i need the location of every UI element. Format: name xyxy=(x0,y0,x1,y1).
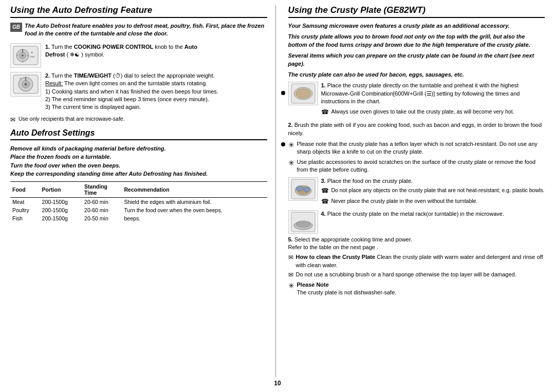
warning2-row: ✳ Use plastic accessories to avoid scrat… xyxy=(288,158,545,174)
right-step1-image xyxy=(288,82,318,105)
left-intro-text: The Auto Defrost feature enables you to … xyxy=(25,22,267,38)
step2-image: ⏱ xyxy=(10,72,41,97)
warning2-text: Use plastic accessories to avoid scratch… xyxy=(297,158,545,174)
portion-fish: 200-1500g xyxy=(40,214,82,223)
table-row: Poultry 200-1500g 20-60 min Turn the foo… xyxy=(10,206,267,214)
step2-content: 2. Turn the TIME/WEIGHT (⏱) dial to sele… xyxy=(45,72,267,111)
gb-badge: GB xyxy=(10,23,22,32)
warning-star1: ✳ xyxy=(288,140,294,156)
step2-text: Turn the TIME/WEIGHT (⏱) dial to select … xyxy=(51,72,215,79)
food-meat: Meat xyxy=(10,197,40,206)
svg-point-18 xyxy=(296,89,310,98)
right-step2-num: 2. xyxy=(288,122,293,128)
warning1-text: Please note that the crusty plate has a … xyxy=(297,140,545,156)
please-note-row: ✳ Please NoteThe crusty plate is not dis… xyxy=(288,281,545,297)
right-step5-text: Select the appropriate cooking time and … xyxy=(294,236,412,242)
right-note1: ☎ Always use oven gloves to take out the… xyxy=(321,108,545,117)
clean-note-row: ✉ How to clean the Crusty Plate Clean th… xyxy=(288,253,545,269)
step2-num: 2. xyxy=(45,72,50,79)
warning-star2: ✳ xyxy=(288,158,294,174)
warning1-row: ✳ Please note that the crusty plate has … xyxy=(288,140,545,156)
right-para2: Several items which you can prepare on t… xyxy=(288,52,545,68)
separator-dot1 xyxy=(281,91,285,95)
right-step3-row: 3. Place the food on the crusty plate. ☎… xyxy=(288,177,545,208)
left-section-title: Using the Auto Defrosting Feature xyxy=(10,5,267,18)
right-step3-text: Place the food on the crusty plate. xyxy=(327,178,413,184)
right-step1-text: Place the crusty plate directly on the t… xyxy=(321,82,520,104)
result-label: Result: xyxy=(45,80,63,86)
left-intro: GB The Auto Defrost feature enables you … xyxy=(10,22,267,38)
clean-title-text: How to clean the Crusty Plate Clean the … xyxy=(296,253,545,269)
page-number: 10 xyxy=(10,377,545,387)
svg-point-14 xyxy=(25,83,27,85)
right-steps: 1. Place the crusty plate directly on th… xyxy=(288,82,545,296)
col-standing: StandingTime xyxy=(82,181,122,197)
note2-icon: ☎ xyxy=(321,186,329,195)
svg-text:PWR: PWR xyxy=(30,55,34,58)
clean-note2-text: Do not use a scrubbing brush or a hard s… xyxy=(296,271,516,278)
right-step4-content: 4. Place the crusty plate on the metal r… xyxy=(321,210,504,218)
right-step4-image xyxy=(288,210,318,234)
right-para1: This crusty plate allows you to brown fo… xyxy=(288,33,545,49)
right-step5-num: 5. xyxy=(288,236,293,242)
step1-num: 1. xyxy=(45,44,50,50)
please-note-content: Please NoteThe crusty plate is not dishw… xyxy=(297,281,397,297)
right-step5-row: 5. Select the appropriate cooking time a… xyxy=(288,236,545,252)
right-step4-row: 4. Place the crusty plate on the metal r… xyxy=(288,210,545,234)
svg-text:❄: ❄ xyxy=(31,51,33,54)
step1-content: 1. Turn the COOKING POWER CONTROL knob t… xyxy=(45,43,267,59)
svg-point-26 xyxy=(296,221,310,227)
rec-fish: beeps. xyxy=(122,214,267,223)
phone-icon: ☎ xyxy=(321,108,329,117)
rack-icon xyxy=(290,211,316,233)
food-poultry: Poultry xyxy=(10,206,40,214)
right-step5-sub: Refer to the table on the next page . xyxy=(288,244,379,250)
right-step3-content: 3. Place the food on the crusty plate. ☎… xyxy=(321,177,545,208)
right-intro: Your Samsung microwave oven features a c… xyxy=(288,22,545,30)
right-para3: The crusty plate can also be used for ba… xyxy=(288,71,545,79)
note2-row: ☎ Do not place any objects on the crusty… xyxy=(321,186,545,195)
clean-icon: ✉ xyxy=(288,253,293,262)
clean-note2-icon: ✉ xyxy=(288,271,293,279)
microwave-note: ✉ Use only recipients that are microwave… xyxy=(10,116,267,123)
right-step2-text: Brush the plate with oil if you are cook… xyxy=(288,122,542,136)
portion-poultry: 200-1500g xyxy=(40,206,82,214)
please-note-star: ✳ xyxy=(288,281,294,291)
step2-sub3: 3) The current time is displayed again. xyxy=(45,104,141,110)
right-column: Using the Crusty Plate (GE82WT) Your Sam… xyxy=(286,5,545,377)
left-steps: ❄ PWR 1. Turn the COOKING POWER CONTROL … xyxy=(10,43,267,111)
step1-bold1: COOKING POWER CONTROL xyxy=(74,44,154,50)
settings-line2: Place the frozen foods on a turntable. xyxy=(10,153,267,161)
standing-poultry: 20-60 min xyxy=(82,206,122,214)
standing-meat: 20-60 min xyxy=(82,197,122,206)
result-text: The oven light comes on and the turntabl… xyxy=(64,80,207,86)
step1-text2: knob to the xyxy=(153,44,184,50)
right-step1-num: 1. xyxy=(321,82,326,88)
step1-text3: ( ❄☯ ) symbol. xyxy=(65,51,104,58)
right-step1-row: 1. Place the crusty plate directly on th… xyxy=(288,82,545,118)
note3-text: Never place the crusty plate in the oven… xyxy=(331,197,478,205)
food-fish: Fish xyxy=(10,214,40,223)
food-on-plate-icon xyxy=(290,178,316,200)
right-step4-text: Place the crusty plate on the metal rack… xyxy=(327,211,504,217)
step1-image: ❄ PWR xyxy=(10,43,41,68)
right-note1-text: Always use oven gloves to take out the c… xyxy=(331,108,514,116)
note3-row: ☎ Never place the crusty plate in the ov… xyxy=(321,197,545,206)
right-section-title: Using the Crusty Plate (GE82WT) xyxy=(288,5,545,18)
settings-line4: Keep the corresponding standing time aft… xyxy=(10,170,267,178)
right-step4-num: 4. xyxy=(321,211,326,217)
right-step3-num: 3. xyxy=(321,178,326,184)
right-step2-row: 2. Brush the plate with oil if you are c… xyxy=(288,121,545,137)
standing-fish: 20-50 min xyxy=(82,214,122,223)
portion-meat: 200-1500g xyxy=(40,197,82,206)
knob-icon: ❄ PWR xyxy=(12,44,39,67)
crusty-plate-step1-icon xyxy=(290,83,316,104)
note3-icon: ☎ xyxy=(321,197,329,206)
rec-meat: Shield the edges with aluminium foil. xyxy=(122,197,267,206)
settings-title: Auto Defrost Settings xyxy=(10,128,267,140)
col-food: Food xyxy=(10,181,40,197)
svg-point-4 xyxy=(22,54,24,57)
svg-point-22 xyxy=(296,186,303,191)
right-step3-image xyxy=(288,177,318,201)
settings-lines: Remove all kinds of packaging material b… xyxy=(10,144,267,178)
